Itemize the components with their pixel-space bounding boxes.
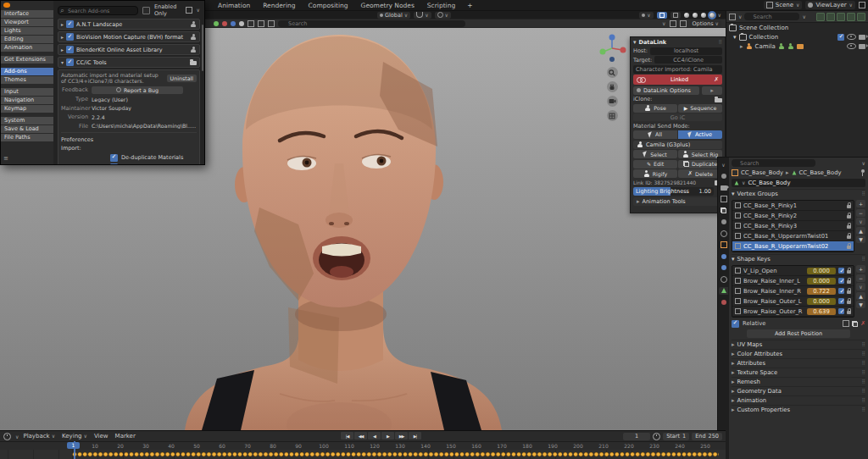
restriction-toggle-icon[interactable] — [857, 13, 865, 21]
option-checkbox[interactable] — [110, 163, 118, 164]
scene-selector[interactable]: Scene — [764, 1, 803, 9]
vertex-group-row[interactable]: CC_Base_R_Pinky1 — [732, 201, 854, 211]
play-reverse-button[interactable]: ◀ — [368, 432, 381, 440]
lock-icon[interactable] — [847, 290, 851, 294]
start-frame-field[interactable]: Start 1 — [663, 433, 689, 440]
shape-key-value[interactable]: 0.000 — [807, 268, 836, 274]
datalink-options-button[interactable]: DataLink Options — [633, 86, 699, 95]
snap-dropdown[interactable] — [414, 12, 431, 19]
tab-object-data[interactable] — [719, 287, 728, 295]
editor-type-icon[interactable] — [729, 14, 736, 20]
addon-enabled-checkbox[interactable] — [66, 46, 74, 53]
restriction-toggle-icon[interactable] — [816, 13, 825, 21]
eye-icon[interactable] — [847, 34, 856, 41]
rigify-button[interactable]: Rigify — [633, 169, 677, 178]
send-mode-active-button[interactable]: Active — [678, 130, 722, 139]
enabled-only-checkbox[interactable] — [142, 7, 150, 14]
shading-material-button[interactable] — [701, 13, 706, 18]
eye-icon[interactable] — [847, 43, 856, 50]
addon-row[interactable]: BlenderKit Online Asset Library — [58, 44, 200, 55]
shape-key-value[interactable]: 0.722 — [807, 288, 836, 295]
current-frame-badge[interactable]: 1 — [67, 442, 80, 449]
properties-search-input[interactable] — [732, 159, 815, 167]
timeline-keyframe-track[interactable] — [0, 450, 726, 459]
clear-shape-keys-icon[interactable] — [860, 320, 865, 327]
shading-solid-button[interactable] — [693, 13, 698, 18]
move-view-button[interactable] — [607, 81, 618, 92]
end-frame-field[interactable]: End 250 — [692, 433, 722, 440]
tab-view-layer[interactable] — [719, 207, 728, 214]
animation-tools-header[interactable]: Animation Tools — [633, 197, 722, 206]
shading-dropdown-icon[interactable] — [718, 11, 721, 19]
perspective-toggle-button[interactable] — [607, 110, 618, 121]
addon-enabled-checkbox[interactable] — [66, 33, 74, 41]
clipboard-icon[interactable] — [680, 20, 687, 27]
preferences-sidebar-item[interactable]: Navigation — [1, 97, 53, 104]
options-icon[interactable] — [862, 160, 865, 167]
character-row[interactable]: Camila (G3plus) — [633, 141, 722, 149]
addon-search-input[interactable] — [58, 6, 138, 15]
shape-key-value[interactable]: 0.000 — [807, 278, 836, 285]
preferences-sidebar-item[interactable]: Viewport — [1, 19, 53, 26]
data-name-field[interactable]: CC_Base_Body — [732, 179, 865, 187]
expand-icon[interactable] — [61, 47, 64, 53]
options-dropdown[interactable]: Options — [690, 20, 722, 27]
remove-vertex-group-button[interactable]: − — [856, 209, 865, 217]
lock-icon[interactable] — [847, 215, 851, 218]
lock-icon[interactable] — [847, 270, 851, 274]
vertex-group-row[interactable]: CC_Base_R_UpperarmTwist02 — [732, 241, 854, 252]
auto-keying-clock-icon[interactable] — [653, 433, 660, 440]
tab-tool[interactable] — [719, 173, 728, 180]
close-icon[interactable] — [714, 76, 719, 83]
filter-dropdown-icon[interactable] — [662, 19, 665, 27]
properties-section-header[interactable]: Geometry Data — [732, 386, 865, 395]
datalink-options-expand-button[interactable] — [702, 86, 722, 95]
host-field[interactable]: localhost — [650, 47, 722, 55]
shape-key-checkbox[interactable] — [838, 298, 844, 304]
shape-key-specials-button[interactable] — [856, 283, 865, 290]
expand-icon[interactable] — [61, 59, 64, 66]
bookmark-icon[interactable] — [670, 20, 676, 27]
duplicate-button[interactable]: Duplicate — [678, 160, 722, 169]
next-keyframe-button[interactable]: ▶▶ — [395, 432, 408, 440]
zoom-button[interactable] — [607, 67, 618, 78]
workspace-tab[interactable]: Compositing — [303, 0, 354, 11]
outliner-search-input[interactable] — [744, 13, 799, 20]
prev-keyframe-button[interactable]: ◀◀ — [354, 432, 367, 440]
tool-search-input[interactable] — [278, 20, 465, 27]
chevron-right-icon[interactable] — [740, 43, 743, 50]
shape-keys-header[interactable]: Shape Keys — [732, 254, 865, 263]
tab-physics[interactable] — [719, 275, 728, 283]
move-up-button[interactable]: ▲ — [856, 292, 865, 300]
addon-enabled-checkbox[interactable] — [66, 20, 74, 28]
workspace-tab[interactable]: Animation — [212, 0, 256, 11]
sequence-button[interactable]: ▶ Sequence — [678, 104, 722, 113]
lock-icon[interactable] — [847, 301, 851, 304]
tab-particles[interactable] — [719, 264, 728, 272]
shape-key-checkbox[interactable] — [838, 278, 844, 284]
linked-button[interactable]: Linked — [633, 75, 722, 85]
breadcrumb-object[interactable]: CC_Base_Body — [741, 169, 783, 176]
material-ball-green-icon[interactable] — [214, 21, 219, 26]
preferences-sidebar-item[interactable]: Themes — [1, 76, 53, 84]
properties-section-header[interactable]: Attributes — [732, 358, 865, 368]
tab-modifiers[interactable] — [719, 252, 728, 260]
shape-key-checkbox[interactable] — [838, 288, 844, 294]
preferences-sidebar-item[interactable]: File Paths — [1, 134, 53, 141]
move-down-button[interactable]: ▼ — [856, 301, 865, 308]
outliner-row-collection[interactable]: Collection — [726, 32, 868, 41]
camera-view-button[interactable] — [607, 96, 618, 107]
properties-section-header[interactable]: Remesh — [732, 377, 865, 386]
add-rest-position-button[interactable]: Add Rest Position — [747, 329, 850, 338]
expand-icon[interactable] — [61, 34, 64, 41]
properties-section-header[interactable]: Color Attributes — [732, 349, 865, 358]
shape-key-value[interactable]: 0.639 — [807, 308, 836, 315]
camera-icon[interactable] — [859, 44, 865, 49]
tab-output[interactable] — [719, 196, 728, 203]
pin-icon[interactable] — [860, 169, 865, 176]
play-button[interactable]: ▶ — [381, 432, 394, 440]
xray-toggle[interactable] — [670, 12, 681, 19]
filter-icon[interactable] — [802, 14, 805, 20]
vertex-group-specials-button[interactable] — [856, 218, 865, 225]
timeline-menu[interactable]: View — [94, 433, 108, 440]
